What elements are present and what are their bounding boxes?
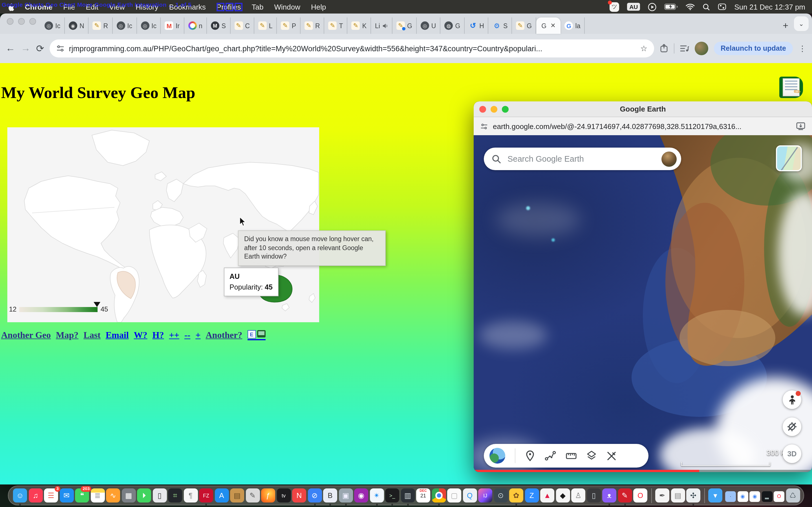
dock-icon-dark-editor[interactable]: ⌗ — [168, 489, 182, 503]
menu-bar-clock[interactable]: Sun 21 Dec 12:37 pm — [734, 3, 806, 11]
url-text[interactable]: earth.google.com/web/@-24.91714697,44.02… — [493, 122, 791, 130]
dock-icon-filezilla[interactable]: FZ — [199, 489, 213, 503]
dock-icon-news[interactable]: N — [292, 489, 306, 503]
dock-icon-krita[interactable]: ✎ — [618, 489, 632, 503]
dock-icon-minimized-window-blue[interactable]: · — [725, 491, 736, 502]
browser-tab-t[interactable]: ✎T — [324, 17, 348, 34]
dock-icon-terminal[interactable]: >_ — [385, 489, 399, 503]
dock-icon-white-sculpt-app[interactable]: ♙ — [571, 489, 585, 503]
bookmark-star-icon[interactable]: ☆ — [640, 44, 647, 53]
dock-icon-paint-palette-app[interactable]: ✿ — [509, 489, 523, 503]
dock-icon-firefox[interactable]: ƒ — [261, 489, 275, 503]
dock-icon-mail[interactable]: ✉ — [59, 489, 73, 503]
pegman-street-view-button[interactable] — [783, 390, 801, 409]
dock-icon-accessibility-app[interactable]: ✣ — [686, 489, 700, 503]
browser-tab-s[interactable]: ⚙S — [489, 17, 512, 34]
window-controls[interactable] — [3, 13, 41, 34]
browser-tab-ic[interactable]: ◎Ic — [112, 17, 137, 34]
dock-icon-gimp[interactable]: ✎ — [246, 489, 260, 503]
page-link-map[interactable]: Map? — [56, 330, 79, 340]
page-link-[interactable]: ++ — [169, 330, 179, 340]
browser-tab-k[interactable]: ✎K — [348, 17, 371, 34]
dock-icon-prism-vector-app[interactable]: ▲ — [540, 489, 554, 503]
overview-minimap[interactable] — [776, 145, 802, 171]
google-earth-title-bar[interactable]: Google Earth — [474, 101, 812, 117]
browser-tab-g[interactable]: G✕ — [536, 17, 560, 34]
dock-icon-blank-document[interactable]: ▢ — [447, 489, 461, 503]
dock-icon-safari[interactable]: ✴ — [370, 489, 384, 503]
spotlight-search-icon[interactable] — [703, 3, 710, 10]
dock-icon-minimized-opera-window[interactable]: O — [774, 491, 784, 502]
page-link-anothergeo[interactable]: Another Geo — [1, 330, 51, 340]
browser-tab-ic[interactable]: ◎Ic — [41, 17, 65, 34]
menubar-app-icon[interactable]: ツ — [610, 2, 619, 11]
google-earth-address-bar[interactable]: earth.google.com/web/@-24.91714697,44.02… — [474, 117, 812, 135]
profile-avatar[interactable] — [695, 42, 708, 55]
dock-icon-media-wave-app[interactable]: ∿ — [106, 489, 120, 503]
dock-icon-contacts[interactable]: ▤ — [230, 489, 244, 503]
dock-icon-finder[interactable]: ☺ — [13, 489, 27, 503]
dock-icon-screenshot-preview[interactable]: ▣ — [339, 489, 353, 503]
battery-icon[interactable] — [665, 3, 678, 10]
browser-tab-p[interactable]: ✎P — [277, 17, 301, 34]
dock-icon-launchpad[interactable]: ▦ — [121, 489, 136, 503]
dock-icon-chrome-browser[interactable] — [432, 489, 446, 503]
measure-ruler-icon[interactable] — [566, 451, 577, 460]
google-earth-search-bar[interactable] — [484, 148, 681, 170]
page-link-w[interactable]: W? — [134, 330, 147, 340]
dock-icon-zoom[interactable]: Z — [525, 489, 539, 503]
relaunch-to-update-button[interactable]: Relaunch to update — [714, 42, 793, 55]
page-link-another[interactable]: Another? — [206, 330, 242, 340]
dock-icon-intellij-idea[interactable]: IJ — [478, 489, 492, 503]
page-link-email[interactable]: Email — [106, 330, 129, 340]
browser-tab-u[interactable]: ◎U — [417, 17, 441, 34]
now-playing-icon[interactable] — [648, 3, 657, 11]
google-earth-map-view[interactable]: 300 km 3D — [474, 135, 812, 472]
install-app-icon[interactable] — [796, 122, 805, 130]
browser-tab-r[interactable]: ✎R — [89, 17, 113, 34]
dock-icon-downloads-folder[interactable]: ▾ — [708, 489, 722, 503]
control-center-icon[interactable] — [718, 3, 726, 10]
dock-icon-notes[interactable]: ≣ — [91, 489, 105, 503]
new-tab-button[interactable]: + — [777, 20, 794, 34]
site-settings-icon[interactable] — [480, 122, 488, 130]
dock-icon-messages[interactable]: ❝203 — [75, 489, 89, 503]
browser-tab-h[interactable]: ↺H — [465, 17, 489, 34]
tab-audio-icon[interactable] — [382, 23, 388, 29]
dock-icon-opera[interactable]: O — [633, 489, 647, 503]
dock-icon-apple-tv[interactable]: tv — [276, 489, 291, 503]
page-link-h[interactable]: H? — [153, 330, 164, 340]
dock-icon-podcasts[interactable]: ◉ — [354, 489, 368, 503]
browser-tab-g[interactable]: ✎G — [393, 17, 417, 34]
dock-icon-quicktime[interactable]: Q — [463, 489, 477, 503]
back-button[interactable]: ← — [6, 43, 15, 54]
organize-tabs-icon[interactable] — [680, 45, 689, 52]
dock-icon-iphone-mirroring[interactable]: ▯ — [153, 489, 167, 503]
site-settings-icon[interactable] — [57, 45, 64, 52]
dock-icon-reminders[interactable]: ☰3 — [44, 489, 58, 503]
menu-item-help[interactable]: Help — [311, 3, 326, 11]
draw-edit-icon[interactable] — [606, 450, 617, 461]
dock-icon-blocked-blue-app[interactable]: ⊘ — [308, 489, 322, 503]
placemark-pin-icon[interactable] — [525, 450, 535, 461]
dock-icon-minimized-terminal-window[interactable]: ▂ — [762, 491, 772, 502]
browser-tab-la[interactable]: Gla — [561, 17, 585, 34]
browser-tab-li[interactable]: Li — [371, 17, 393, 34]
dock-icon-trash[interactable]: ♺ — [786, 489, 800, 503]
dock-icon-minimized-chrome-window-1[interactable]: ◉ — [737, 491, 748, 502]
search-input[interactable] — [506, 154, 656, 164]
browser-tab-n[interactable]: ◉N — [65, 17, 89, 34]
dock-icon-bbedit[interactable]: B — [323, 489, 337, 503]
browser-tab-r[interactable]: ✎R — [301, 17, 324, 34]
location-disabled-button[interactable] — [783, 417, 801, 436]
dock-icon-calendar[interactable]: 21DEC — [416, 489, 430, 503]
page-link-last[interactable]: Last — [84, 330, 100, 340]
browser-tab-s[interactable]: MS — [207, 17, 231, 34]
google-earth-logo-icon[interactable] — [490, 448, 505, 464]
screenshot-share-icon[interactable] — [660, 44, 668, 53]
browser-tab-g[interactable]: ✎G — [512, 17, 536, 34]
browser-tab-g[interactable]: ◍G — [441, 17, 465, 34]
chrome-menu-icon[interactable]: ⋮ — [799, 44, 806, 53]
dock-icon-app-store[interactable]: A — [214, 489, 229, 503]
path-route-icon[interactable] — [545, 451, 556, 461]
